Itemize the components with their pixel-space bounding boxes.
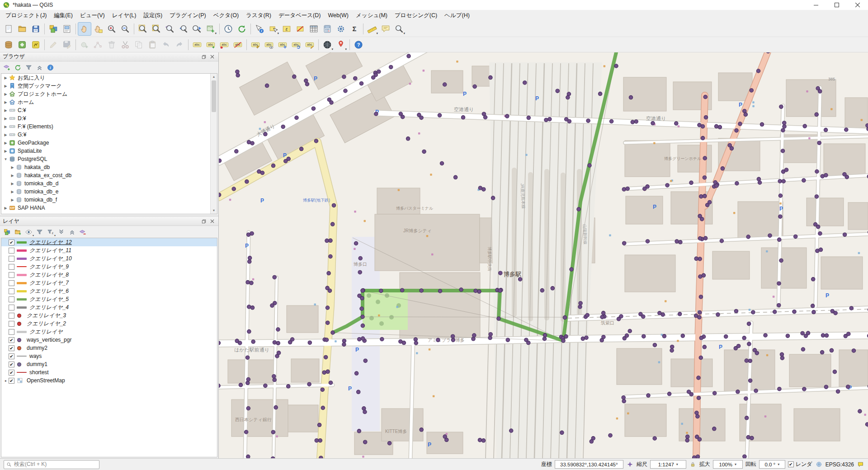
zoom-out-button[interactable] — [118, 22, 132, 36]
browser-item-drive-f[interactable]: ▶F:¥ (Elements) — [1, 122, 210, 131]
pin-labels-button[interactable]: abc — [249, 38, 262, 52]
zoom-last-button[interactable] — [177, 22, 190, 36]
menu-vector[interactable]: ベクタ(O) — [210, 10, 242, 21]
browser-item-drive-d[interactable]: ▶D:¥ — [1, 114, 210, 122]
chevron-right-icon[interactable]: ▶ — [3, 149, 9, 153]
statistical-summary-button[interactable]: Σ — [348, 22, 361, 36]
vertex-tool-button[interactable] — [91, 38, 105, 52]
zoom-next-button[interactable] — [190, 22, 204, 36]
measure-button[interactable]: ▾ — [365, 22, 379, 36]
chevron-down-icon[interactable]: ▼ — [3, 157, 9, 161]
menu-help[interactable]: ヘルプ(H) — [441, 10, 473, 21]
browser-float-button[interactable] — [200, 54, 208, 60]
layer-checkbox-shortest[interactable]: ✔ — [9, 370, 14, 376]
rotate-label-button[interactable]: abc — [289, 38, 303, 52]
new-print-layout-button[interactable] — [60, 22, 74, 36]
scale-combobox[interactable]: 1:1247▾ — [650, 460, 686, 469]
select-features-button[interactable]: ▾ — [266, 22, 280, 36]
browser-item-tomioka_db_f[interactable]: ▶tomioka_db_f — [1, 196, 210, 204]
open-attribute-table-button[interactable] — [307, 22, 321, 36]
menu-processing[interactable]: プロセシング(C) — [391, 10, 441, 21]
scroll-up-icon[interactable]: ▲ — [211, 74, 217, 80]
browser-item-favorites[interactable]: ▶お気に入り — [1, 74, 210, 82]
delete-selected-button[interactable] — [105, 38, 118, 52]
layer-checkbox-query-layer-8[interactable] — [9, 272, 14, 278]
chevron-right-icon[interactable]: ▶ — [3, 108, 9, 113]
layer-item-query-layer-8[interactable]: クエリレイヤ_8 — [1, 271, 217, 279]
browser-item-postgresql[interactable]: ▼PostgreSQL — [1, 155, 210, 163]
save-layer-edits-button[interactable] — [60, 38, 74, 52]
chevron-right-icon[interactable]: ▶ — [3, 92, 9, 96]
menu-layer[interactable]: レイヤ(L) — [108, 10, 140, 21]
magnifier-combobox[interactable]: 100%▾ — [713, 460, 743, 469]
layer-checkbox-dummy1[interactable]: ✔ — [9, 362, 14, 367]
manage-map-themes-button[interactable]: ▾ — [24, 227, 33, 237]
layer-checkbox-ways[interactable]: ✔ — [9, 353, 14, 359]
layer-item-query-layer-4[interactable]: クエリレイヤ_4 — [1, 303, 217, 311]
layer-item-query-layer-11[interactable]: クエリレイヤ_11 — [1, 246, 217, 254]
collapse-all-button[interactable] — [34, 62, 44, 72]
layer-item-query-layer-5[interactable]: クエリレイヤ_5 — [1, 295, 217, 303]
browser-item-tomioka_db_d[interactable]: ▶tomioka_db_d — [1, 179, 210, 188]
menu-mesh[interactable]: メッシュ(M) — [352, 10, 391, 21]
menu-plugins[interactable]: プラグイン(P) — [166, 10, 210, 21]
menu-web[interactable]: Web(W) — [324, 10, 352, 20]
refresh-browser-button[interactable] — [13, 62, 23, 72]
copy-features-button[interactable] — [132, 38, 146, 52]
map-canvas[interactable]: 空港通り空港通り大博通りはかた駅前通り博多駅アミュプラザ博多JR博多シティ博多バ… — [219, 52, 868, 458]
chevron-right-icon[interactable]: ▶ — [3, 117, 9, 121]
layer-item-query-layer-9[interactable]: クエリレイヤ_9 — [1, 263, 217, 271]
rotation-spinbox[interactable]: 0.0 °▾ — [759, 460, 785, 469]
add-selected-layers-button[interactable] — [2, 62, 12, 72]
remove-layer-button[interactable] — [78, 227, 88, 237]
menu-settings[interactable]: 設定(S) — [140, 10, 166, 21]
layer-checkbox-dummy2[interactable]: ✔ — [9, 345, 14, 351]
lock-scale-icon[interactable] — [689, 461, 697, 468]
browser-close-button[interactable] — [208, 54, 216, 60]
layer-checkbox-query-layer-6[interactable] — [9, 288, 14, 294]
scrollbar-thumb[interactable] — [212, 80, 216, 112]
browser-item-hakata_ex_cost_db[interactable]: ▶hakata_ex_cost_db — [1, 171, 210, 179]
messages-icon[interactable] — [857, 461, 864, 468]
browser-item-drive-g[interactable]: ▶G:¥ — [1, 131, 210, 139]
toggle-editing-button[interactable] — [47, 38, 60, 52]
pan-to-selection-button[interactable] — [91, 22, 105, 36]
layer-item-ways_vertices_pgr[interactable]: ✔ways_vertices_pgr — [1, 336, 217, 344]
layer-diagram-button[interactable]: abc — [204, 38, 217, 52]
help-button[interactable]: ? — [352, 38, 365, 52]
chevron-right-icon[interactable]: ▸ — [3, 379, 9, 383]
layer-item-query-layer-6[interactable]: クエリレイヤ_6 — [1, 287, 217, 295]
browser-item-sap-hana[interactable]: ▶SAPSAP HANA — [1, 204, 210, 212]
browser-item-hakata_db[interactable]: ▶hakata_db — [1, 163, 210, 171]
deselect-all-button[interactable] — [293, 22, 307, 36]
browser-item-drive-c[interactable]: ▶C:¥ — [1, 106, 210, 114]
maximize-button[interactable] — [826, 0, 847, 10]
crs-label[interactable]: EPSG:4326 — [826, 461, 854, 468]
statusbar-search[interactable]: 検索(Ctrl + K) — [4, 460, 99, 469]
browser-scrollbar[interactable]: ▲ ▼ — [210, 74, 217, 214]
labeling-options-button[interactable]: abc — [217, 38, 231, 52]
zoom-to-selection-button[interactable] — [150, 22, 163, 36]
chevron-right-icon[interactable]: ▶ — [3, 133, 9, 137]
identify-features-button[interactable]: i — [253, 22, 266, 36]
paste-features-button[interactable] — [146, 38, 159, 52]
coordinate-input[interactable]: 33.590832°,130.424145° — [555, 460, 623, 469]
layers-close-button[interactable] — [208, 218, 216, 225]
add-feature-button[interactable] — [78, 38, 91, 52]
menu-database[interactable]: データベース(D) — [275, 10, 325, 21]
pan-map-button[interactable] — [78, 22, 91, 36]
layers-float-button[interactable] — [200, 218, 208, 225]
undo-button[interactable] — [159, 38, 173, 52]
layer-item-query-layer-10[interactable]: クエリレイヤ_10 — [1, 254, 217, 263]
open-project-button[interactable] — [15, 22, 29, 36]
save-project-button[interactable] — [29, 22, 42, 36]
browser-item-spatialite[interactable]: ▶SpatiaLite — [1, 147, 210, 155]
enable-properties-widget-button[interactable]: i — [45, 62, 55, 72]
layer-checkbox-query-layer-5[interactable] — [9, 296, 14, 302]
layer-item-query-layer-7[interactable]: クエリレイヤ_7 — [1, 279, 217, 287]
show-hidden-labels-button[interactable]: abc — [262, 38, 276, 52]
layer-checkbox-query-layer[interactable] — [9, 329, 14, 335]
new-project-button[interactable] — [2, 22, 15, 36]
osm-place-search-button[interactable]: ▾ — [321, 38, 334, 52]
processing-toolbox-button[interactable] — [334, 22, 348, 36]
